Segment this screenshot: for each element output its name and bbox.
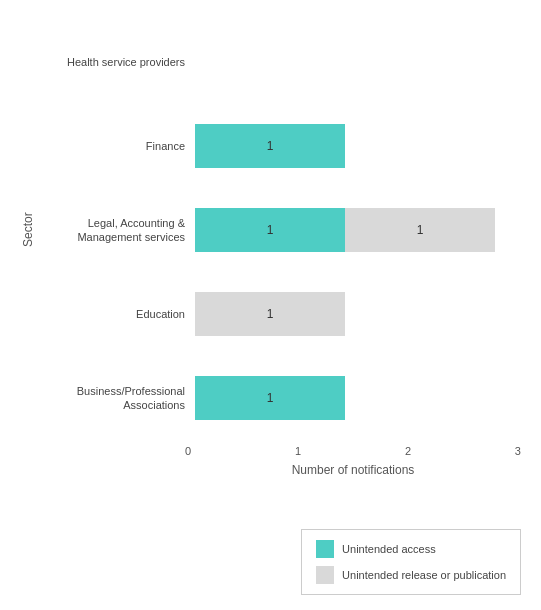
- bar-track: 11: [195, 195, 521, 265]
- x-axis: 0123: [185, 440, 521, 457]
- x-tick: 2: [405, 445, 411, 457]
- legend-label: Unintended release or publication: [342, 569, 506, 581]
- x-axis-label: Number of notifications: [185, 463, 521, 477]
- bar-row: Business/Professional Associations1: [40, 363, 521, 433]
- bars-group: 11: [195, 208, 495, 252]
- chart-container: Sector Health service providersFinance1L…: [0, 0, 541, 610]
- x-tick: 0: [185, 445, 191, 457]
- chart-area: Sector Health service providersFinance1L…: [20, 20, 521, 440]
- bars-group: 1: [195, 124, 345, 168]
- legend-item: Unintended access: [316, 540, 506, 558]
- legend-item: Unintended release or publication: [316, 566, 506, 584]
- bar-label: Business/Professional Associations: [40, 384, 195, 413]
- bar-segment-gray: 1: [345, 208, 495, 252]
- bar-track: 1: [195, 279, 521, 349]
- bar-row: Finance1: [40, 111, 521, 181]
- bars-group: 1: [195, 292, 345, 336]
- legend-swatch: [316, 566, 334, 584]
- legend: Unintended accessUnintended release or p…: [301, 529, 521, 595]
- bars-group: 1: [195, 376, 345, 420]
- bar-row: Education1: [40, 279, 521, 349]
- legend-swatch: [316, 540, 334, 558]
- bar-track: 1: [195, 111, 521, 181]
- bar-segment-teal: 1: [195, 208, 345, 252]
- x-tick: 1: [295, 445, 301, 457]
- bar-label: Education: [40, 307, 195, 321]
- legend-label: Unintended access: [342, 543, 436, 555]
- bar-segment-teal: 1: [195, 376, 345, 420]
- bar-track: 1: [195, 363, 521, 433]
- bar-row: Legal, Accounting & Management services1…: [40, 195, 521, 265]
- bar-row: Health service providers: [40, 27, 521, 97]
- y-axis-label: Sector: [20, 20, 36, 440]
- bar-segment-teal: 1: [195, 124, 345, 168]
- bar-label: Health service providers: [40, 55, 195, 69]
- bar-track: [195, 27, 521, 97]
- x-tick: 3: [515, 445, 521, 457]
- bar-label: Finance: [40, 139, 195, 153]
- chart-inner: Health service providersFinance1Legal, A…: [40, 20, 521, 440]
- bar-segment-gray: 1: [195, 292, 345, 336]
- bars-section: Health service providersFinance1Legal, A…: [40, 20, 521, 440]
- bar-label: Legal, Accounting & Management services: [40, 216, 195, 245]
